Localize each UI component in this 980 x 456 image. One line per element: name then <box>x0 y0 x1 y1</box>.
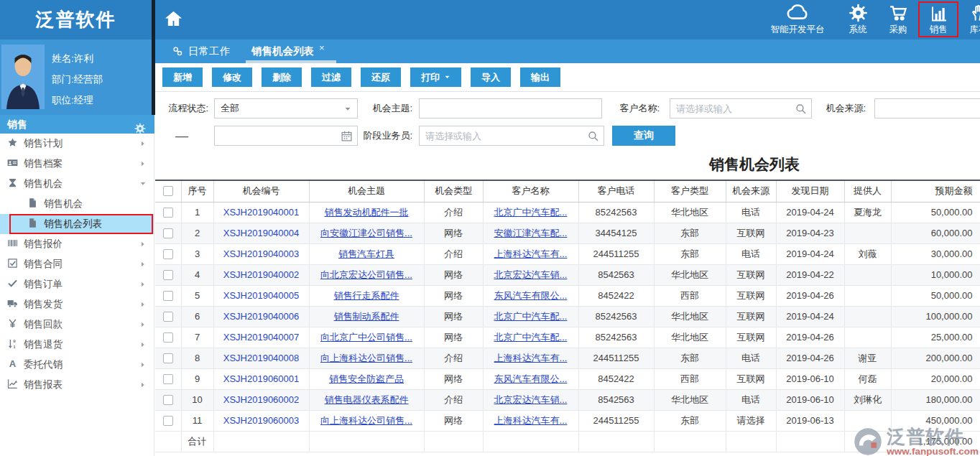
subject-link[interactable]: 销售电器仪表系配件 <box>325 394 409 405</box>
sidebar-item-sales-quote[interactable]: 销售报价 <box>0 234 154 254</box>
code-link[interactable]: XSJH2019060003 <box>223 415 300 426</box>
customer-link[interactable]: 北京广中汽车配... <box>494 207 568 218</box>
table-header: 序号机会编号机会主题机会类型客户名称客户电话客户类型机会来源发现日期提供人预期金… <box>155 180 980 202</box>
add-button[interactable]: 新增 <box>162 68 203 87</box>
sidebar-item-sales-contract[interactable]: 销售合同 <box>0 254 154 274</box>
cloud-icon <box>785 4 810 22</box>
staff-input[interactable] <box>420 126 604 145</box>
column-header: 机会类型 <box>424 180 483 202</box>
table-row: 9XSJH2019060001销售安全防盗产品网络东风汽车有限公...84524… <box>155 368 980 389</box>
sidebar-item-sales-report[interactable]: 销售报表 <box>0 375 154 395</box>
row-checkbox[interactable] <box>163 416 173 426</box>
code-link[interactable]: XSJH2019040001 <box>223 207 300 218</box>
cell-customer: 北京广中汽车配... <box>483 202 578 223</box>
sidebar-item-sales-opportunity-entry[interactable]: 销售机会 <box>0 194 154 214</box>
code-link[interactable]: XSJH2019040002 <box>223 269 300 280</box>
customer-link[interactable]: 东风汽车有限公... <box>494 290 568 301</box>
hand-icon <box>969 4 980 22</box>
status-select[interactable]: 全部 <box>214 98 358 118</box>
topnav-smart-dev-platform[interactable]: 智能开发平台 <box>757 0 838 36</box>
search-icon[interactable] <box>795 103 807 115</box>
subject-link[interactable]: 销售行走系配件 <box>334 290 399 301</box>
checkbox-cell <box>155 285 181 306</box>
user-dept: 部门:经营部 <box>52 73 103 87</box>
cell-code: XSJH2019040003 <box>213 243 309 264</box>
customer-link[interactable]: 上海科达汽车有... <box>494 415 568 426</box>
subject-link[interactable]: 向上海科达公司销售... <box>320 415 412 426</box>
subject-link[interactable]: 向安徽江津公司销售... <box>320 228 412 238</box>
search-icon[interactable] <box>587 130 599 142</box>
topnav-purchase[interactable]: 采购 <box>878 0 918 36</box>
customer-link[interactable]: 上海科达汽车有... <box>494 353 568 363</box>
sidebar-item-sales-archive[interactable]: 销售档案 <box>0 154 154 174</box>
home-button[interactable] <box>164 9 185 31</box>
sidebar-item-consignment[interactable]: 委托代销 <box>0 355 154 375</box>
code-link[interactable]: XSJH2019040007 <box>223 332 300 343</box>
row-checkbox[interactable] <box>163 208 173 218</box>
sidebar-item-sales-opportunity-list[interactable]: 销售机会列表 <box>0 214 154 234</box>
subject-input[interactable] <box>420 99 601 118</box>
sidebar-item-sales-return[interactable]: 销售退货 <box>0 335 154 355</box>
export-button[interactable]: 输出 <box>520 68 560 87</box>
row-checkbox[interactable] <box>163 395 173 405</box>
subject-link[interactable]: 销售发动机配件一批 <box>325 207 409 218</box>
row-checkbox[interactable] <box>163 353 173 363</box>
row-checkbox[interactable] <box>163 291 173 301</box>
total-amount-cell: 1,175,000.00 <box>891 431 980 452</box>
topnav-label: 系统 <box>849 24 867 36</box>
select-all-checkbox[interactable] <box>163 186 173 196</box>
cell-source: 请选择 <box>726 410 776 431</box>
tab-sales-opportunity-list[interactable]: 销售机会列表 × <box>251 39 325 63</box>
code-link[interactable]: XSJH2019040005 <box>223 290 300 301</box>
source-input[interactable] <box>875 99 980 118</box>
customer-link[interactable]: 北京广中汽车配... <box>494 311 568 322</box>
subject-link[interactable]: 向上海科达公司销售... <box>320 353 412 363</box>
code-link[interactable]: XSJH2019040008 <box>223 353 300 363</box>
row-checkbox[interactable] <box>163 270 173 280</box>
customer-link[interactable]: 安徽江津汽车配... <box>494 228 568 238</box>
row-checkbox[interactable] <box>163 228 173 238</box>
import-button[interactable]: 导入 <box>471 68 511 87</box>
customer-link[interactable]: 北京宏达汽车销... <box>494 394 568 405</box>
row-checkbox[interactable] <box>163 374 173 384</box>
subject-link[interactable]: 销售汽车灯具 <box>338 248 394 259</box>
topnav-sales[interactable]: 销售 <box>918 1 958 37</box>
query-button[interactable]: 查询 <box>612 126 675 146</box>
customer-link[interactable]: 上海科达汽车有... <box>494 248 568 259</box>
edit-button[interactable]: 修改 <box>212 68 252 87</box>
print-button[interactable]: 打印 <box>410 68 461 87</box>
code-link[interactable]: XSJH2019060002 <box>223 394 300 405</box>
sidebar-item-sales-order[interactable]: 销售订单 <box>0 274 154 294</box>
filter-button[interactable]: 过滤 <box>311 68 351 87</box>
tab-daily-work[interactable]: 日常工作 <box>172 39 230 63</box>
customer-link[interactable]: 北京广中汽车配... <box>494 332 568 343</box>
subject-link[interactable]: 向北京宏达公司销售... <box>320 269 412 280</box>
row-checkbox[interactable] <box>163 312 173 322</box>
cell-phone: 244511255 <box>578 348 654 368</box>
subject-link[interactable]: 销售安全防盗产品 <box>329 373 404 384</box>
sidebar-item-sales-opportunity[interactable]: 销售机会 <box>0 174 154 194</box>
restore-button[interactable]: 还原 <box>361 68 401 87</box>
sidebar-settings-button[interactable] <box>134 118 146 130</box>
delete-button[interactable]: 删除 <box>262 68 302 87</box>
sidebar-item-sales-delivery[interactable]: 销售发货 <box>0 294 154 315</box>
sidebar-item-sales-plan[interactable]: 销售计划 <box>0 134 154 154</box>
customer-input[interactable] <box>670 99 811 118</box>
customer-link[interactable]: 北京宏达汽车销... <box>494 269 568 280</box>
date-input[interactable] <box>215 126 357 145</box>
cell-amount: 25,000.00 <box>891 327 980 348</box>
topnav-inventory[interactable]: 库存 <box>958 0 980 36</box>
sidebar-item-sales-payment[interactable]: 销售回款 <box>0 315 154 335</box>
row-checkbox[interactable] <box>163 332 173 343</box>
topnav-system[interactable]: 系统 <box>838 0 878 36</box>
code-link[interactable]: XSJH2019060001 <box>223 373 300 384</box>
chevron-right-icon <box>139 140 147 147</box>
code-link[interactable]: XSJH2019040004 <box>223 228 300 238</box>
code-link[interactable]: XSJH2019040006 <box>223 311 300 322</box>
code-link[interactable]: XSJH2019040003 <box>223 248 300 259</box>
subject-link[interactable]: 向北京广中公司销售... <box>320 332 412 343</box>
customer-link[interactable]: 东风汽车有限公... <box>494 373 568 384</box>
subject-link[interactable]: 销售制动系配件 <box>334 311 399 322</box>
app-window: 泛普软件 智能开发平台系统采购销售库存 姓名:许利 部门:经营部 <box>0 0 980 456</box>
row-checkbox[interactable] <box>163 249 173 259</box>
